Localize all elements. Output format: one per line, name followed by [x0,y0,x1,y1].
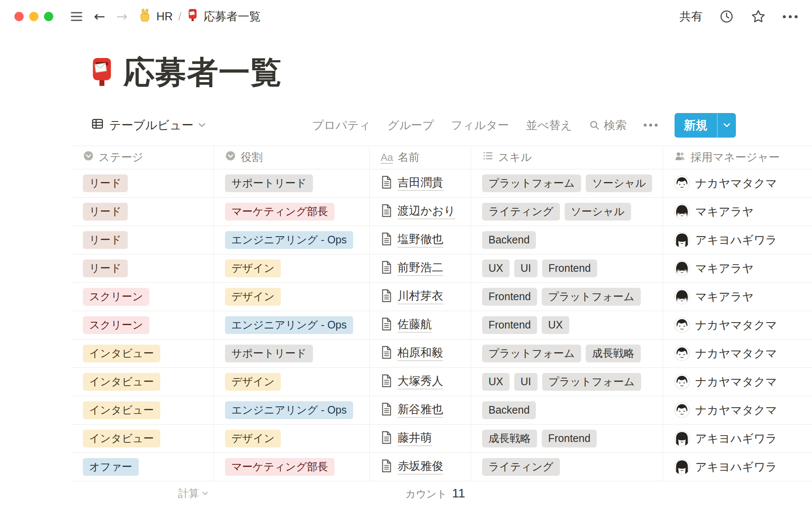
column-header-stage[interactable]: ステージ [72,146,214,169]
role-cell[interactable]: デザイン [214,254,370,282]
name-cell[interactable]: 藤井萌 [370,425,471,453]
skills-cell[interactable]: Frontendプラットフォーム [471,283,663,311]
manager-cell[interactable]: ナカヤマタクマ [663,396,812,424]
skill-tag: Frontend [482,288,537,306]
table-row[interactable]: オファーマーケティング部長赤坂雅俊ライティングアキヨハギワラ [72,453,812,481]
stage-cell[interactable]: リード [72,226,214,254]
history-clock-icon[interactable] [719,9,734,24]
traffic-lights [14,12,53,21]
close-window-button[interactable] [14,12,24,21]
manager-cell[interactable]: アキヨハギワラ [663,453,812,481]
column-header-role[interactable]: 役割 [214,146,370,169]
name-cell[interactable]: 柏原和毅 [370,340,471,367]
role-cell[interactable]: デザイン [214,368,370,396]
new-record-button[interactable]: 新規 [675,113,736,138]
skills-cell[interactable]: Backend [471,396,663,424]
role-cell[interactable]: エンジニアリング - Ops [214,396,370,424]
breadcrumb-workspace[interactable]: HR [156,10,173,23]
name-cell[interactable]: 渡辺かおり [370,198,471,226]
skills-cell[interactable]: ライティングソーシャル [471,198,663,226]
stage-cell[interactable]: オファー [72,453,214,481]
sidebar-toggle-icon[interactable] [70,11,83,22]
skills-cell[interactable]: UXUIプラットフォーム [471,368,663,396]
manager-cell[interactable]: マキアラヤ [663,283,812,311]
manager-cell[interactable]: ナカヤマタクマ [663,340,812,367]
skills-cell[interactable]: 成長戦略Frontend [471,425,663,453]
name-cell[interactable]: 新谷雅也 [370,396,471,424]
name-cell[interactable]: 赤坂雅俊 [370,453,471,481]
stage-cell[interactable]: インタビュー [72,340,214,367]
table-row[interactable]: リードマーケティング部長渡辺かおりライティングソーシャルマキアラヤ [72,198,812,226]
share-button[interactable]: 共有 [680,9,702,24]
table-row[interactable]: スクリーンデザイン川村芽衣Frontendプラットフォームマキアラヤ [72,283,812,311]
skill-tag: プラットフォーム [482,345,581,362]
toolbar-action-3[interactable]: 並べ替え [526,118,572,133]
role-cell[interactable]: マーケティング部長 [214,453,370,481]
table-row[interactable]: インタビューデザイン大塚秀人UXUIプラットフォームナカヤマタクマ [72,368,812,396]
role-cell[interactable]: エンジニアリング - Ops [214,311,370,339]
stage-cell[interactable]: スクリーン [72,283,214,311]
table-row[interactable]: インタビューサポートリード柏原和毅プラットフォーム成長戦略ナカヤマタクマ [72,340,812,368]
manager-cell[interactable]: アキヨハギワラ [663,425,812,453]
skills-cell[interactable]: UXUIFrontend [471,254,663,282]
manager-cell[interactable]: アキヨハギワラ [663,226,812,254]
column-header-manager[interactable]: 採用マネージャー [663,146,812,169]
page-title[interactable]: 応募者一覧 [123,56,282,89]
stage-cell[interactable]: インタビュー [72,396,214,424]
manager-cell[interactable]: ナカヤマタクマ [663,169,812,197]
name-cell[interactable]: 塩野徹也 [370,226,471,254]
manager-cell[interactable]: ナカヤマタクマ [663,368,812,396]
toolbar-more-icon[interactable] [644,124,658,127]
role-cell[interactable]: デザイン [214,283,370,311]
skills-cell[interactable]: FrontendUX [471,311,663,339]
skills-cell[interactable]: プラットフォーム成長戦略 [471,340,663,367]
toolbar-action-1[interactable]: グループ [387,118,434,133]
skills-cell[interactable]: Backend [471,226,663,254]
table-row[interactable]: リードエンジニアリング - Ops塩野徹也Backendアキヨハギワラ [72,226,812,254]
table-row[interactable]: リードデザイン前野浩二UXUIFrontendマキアラヤ [72,254,812,283]
table-row[interactable]: スクリーンエンジニアリング - Ops佐藤航FrontendUXナカヤマタクマ [72,311,812,340]
toolbar-action-0[interactable]: プロパティ [312,118,370,133]
stage-cell[interactable]: リード [72,198,214,226]
toolbar-action-2[interactable]: フィルター [451,118,509,133]
table-row[interactable]: リードサポートリード吉田潤貴プラットフォームソーシャルナカヤマタクマ [72,169,812,198]
skill-tag: UI [514,260,538,277]
forward-arrow-icon[interactable]: → [116,10,128,23]
column-header-skills[interactable]: スキル [471,146,663,169]
manager-cell[interactable]: マキアラヤ [663,198,812,226]
table-row[interactable]: インタビューデザイン藤井萌成長戦略Frontendアキヨハギワラ [72,425,812,453]
breadcrumb-page[interactable]: 応募者一覧 [204,9,261,24]
manager-cell[interactable]: ナカヤマタクマ [663,311,812,339]
search-button[interactable]: 検索 [589,118,627,133]
name-cell[interactable]: 川村芽衣 [370,283,471,311]
count-summary[interactable]: カウント 11 [214,486,471,501]
calc-button[interactable]: 計算 [178,486,208,500]
stage-cell[interactable]: インタビュー [72,425,214,453]
favorite-star-icon[interactable] [751,9,766,24]
role-cell[interactable]: サポートリード [214,340,370,367]
name-cell[interactable]: 前野浩二 [370,254,471,282]
role-cell[interactable]: デザイン [214,425,370,453]
more-options-icon[interactable] [783,15,798,18]
name-cell[interactable]: 大塚秀人 [370,368,471,396]
stage-cell[interactable]: リード [72,254,214,282]
skills-cell[interactable]: プラットフォームソーシャル [471,169,663,197]
name-cell[interactable]: 吉田潤貴 [370,169,471,197]
table-row[interactable]: インタビューエンジニアリング - Ops新谷雅也Backendナカヤマタクマ [72,396,812,425]
new-button-dropdown[interactable] [717,113,736,138]
role-cell[interactable]: エンジニアリング - Ops [214,226,370,254]
maximize-window-button[interactable] [44,12,53,21]
name-cell[interactable]: 佐藤航 [370,311,471,339]
column-header-name[interactable]: Aa名前 [370,146,471,169]
view-switcher[interactable]: テーブルビュー [72,117,206,133]
page-title-emoji-icon[interactable] [89,57,115,89]
skills-cell[interactable]: ライティング [471,453,663,481]
role-cell[interactable]: マーケティング部長 [214,198,370,226]
stage-cell[interactable]: スクリーン [72,311,214,339]
role-cell[interactable]: サポートリード [214,169,370,197]
minimize-window-button[interactable] [29,12,38,21]
back-arrow-icon[interactable]: ← [94,10,105,23]
manager-cell[interactable]: マキアラヤ [663,254,812,282]
stage-cell[interactable]: インタビュー [72,368,214,396]
stage-cell[interactable]: リード [72,169,214,197]
